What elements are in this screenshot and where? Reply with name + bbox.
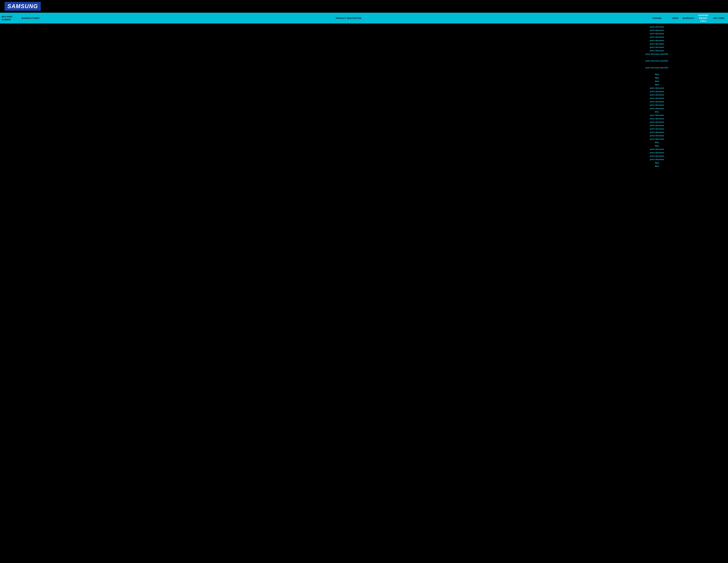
- table-row: price decrease: [0, 124, 728, 127]
- change-cell: price decrease: [645, 151, 669, 154]
- change-value: price decrease: [650, 155, 664, 157]
- change-cell: New: [645, 80, 669, 82]
- change-value: New: [655, 145, 659, 147]
- change-cell: price decrease: [645, 137, 669, 140]
- change-value: price decrease: [650, 148, 664, 150]
- change-cell: price decrease: [645, 103, 669, 106]
- table-row: price decrease: [0, 100, 728, 103]
- header-warranty: Warranty: [682, 17, 696, 19]
- change-value: price decrease: [650, 104, 664, 106]
- table-row: price decrease: [0, 137, 728, 141]
- table-row: price decrease: [0, 42, 728, 45]
- table-row: price decrease: [0, 103, 728, 107]
- header-shipping: Shipping Weight (lbs.): [696, 14, 711, 22]
- change-cell: New: [645, 83, 669, 86]
- table-row: [0, 56, 728, 59]
- header: SAMSUNG: [0, 0, 728, 13]
- change-cell: price decrease: [645, 39, 669, 42]
- table-row: New: [0, 73, 728, 76]
- change-value: price decrease: [650, 36, 664, 38]
- table-row: price decrease: [0, 45, 728, 49]
- change-value: New: [655, 73, 659, 76]
- change-value: price decrease and EOL: [646, 66, 668, 69]
- change-cell: New: [645, 161, 669, 164]
- change-cell: price decrease: [645, 100, 669, 103]
- table-row: price decrease: [0, 120, 728, 124]
- table-row: price decrease: [0, 96, 728, 100]
- change-value: EOL: [655, 111, 659, 113]
- change-value: price decrease: [650, 90, 664, 93]
- change-cell: price decrease: [645, 97, 669, 99]
- header-description-label: PRODUCT DESCRIPTION: [336, 17, 361, 19]
- table-row: price decrease: [0, 147, 728, 151]
- header-msrp-label: MSRP: [672, 17, 679, 19]
- change-cell: price decrease: [645, 90, 669, 93]
- change-value: price decrease: [650, 29, 664, 31]
- table-row: price decrease and EOL: [0, 59, 728, 62]
- change-cell: price decrease: [645, 107, 669, 110]
- change-cell: New: [645, 73, 669, 76]
- change-value: price decrease: [650, 87, 664, 89]
- change-cell: price decrease: [645, 49, 669, 52]
- table-row: price decrease: [0, 28, 728, 32]
- change-cell: price decrease: [645, 120, 669, 123]
- table-row: price decrease and EOL: [0, 52, 728, 56]
- table-row: price decrease: [0, 158, 728, 161]
- header-change: Change: [645, 17, 669, 19]
- header-upc: UPC Code: [711, 17, 726, 19]
- table-row: New: [0, 79, 728, 83]
- change-value: price decrease: [650, 131, 664, 133]
- table-header: Mfg Part Number Manufacturer PRODUCT DES…: [0, 13, 728, 23]
- change-cell: price decrease: [645, 158, 669, 161]
- change-cell: EOL: [645, 110, 669, 113]
- change-value: EOL: [655, 141, 659, 143]
- change-cell: price decrease: [645, 93, 669, 96]
- change-cell: price decrease: [645, 124, 669, 127]
- header-description: PRODUCT DESCRIPTION: [53, 17, 645, 19]
- table-row: [0, 69, 728, 73]
- change-value: price decrease: [650, 94, 664, 96]
- header-mfg-label: Mfg Part Number: [2, 16, 13, 21]
- table-row: price decrease: [0, 130, 728, 134]
- table-row: New: [0, 164, 728, 168]
- change-value: New: [655, 77, 659, 79]
- change-value: price decrease: [650, 114, 664, 116]
- header-change-label: Change: [652, 17, 661, 19]
- table-body: price decrease price decrease: [0, 23, 728, 169]
- table-row: price decrease: [0, 49, 728, 52]
- table-row: price decrease and EOL: [0, 66, 728, 69]
- change-value: price decrease: [650, 107, 664, 110]
- change-cell: price decrease: [645, 154, 669, 157]
- change-value: price decrease: [650, 43, 664, 45]
- change-cell: price decrease and EOL: [645, 59, 669, 62]
- table-row: price decrease: [0, 151, 728, 154]
- change-value: price decrease: [650, 117, 664, 120]
- change-cell: price decrease: [645, 29, 669, 32]
- change-value: price decrease: [650, 49, 664, 52]
- change-cell: price decrease: [645, 25, 669, 28]
- change-cell: price decrease: [645, 86, 669, 89]
- change-cell: price decrease: [645, 114, 669, 116]
- change-cell: price decrease: [645, 117, 669, 120]
- table-row: price decrease: [0, 154, 728, 158]
- change-cell: New: [645, 165, 669, 167]
- change-value: price decrease: [650, 100, 664, 103]
- table-row: EOL: [0, 110, 728, 113]
- header-msrp: MSRP: [669, 17, 682, 19]
- change-value: price decrease: [650, 46, 664, 48]
- change-cell: price decrease: [645, 32, 669, 35]
- table-row: price decrease: [0, 39, 728, 42]
- header-warranty-label: Warranty: [682, 17, 695, 19]
- change-value: price decrease: [650, 124, 664, 126]
- change-cell: price decrease and EOL: [645, 53, 669, 55]
- change-value: price decrease and EOL: [646, 60, 668, 62]
- header-mfg-part: Mfg Part Number: [2, 15, 22, 21]
- change-cell: price decrease and EOL: [645, 66, 669, 69]
- change-value: price decrease: [650, 39, 664, 42]
- header-manufacturer: Manufacturer: [22, 17, 53, 19]
- table-row: price decrease: [0, 127, 728, 130]
- table-row: price decrease: [0, 117, 728, 120]
- change-value: price decrease: [650, 134, 664, 137]
- table-row: New: [0, 144, 728, 147]
- change-value: price decrease: [650, 158, 664, 160]
